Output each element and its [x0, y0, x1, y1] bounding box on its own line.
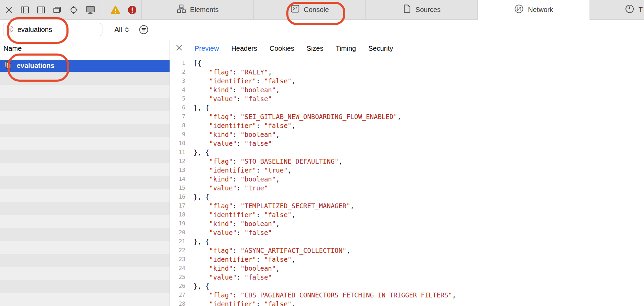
code-line: 23 "identifier": "false", — [170, 255, 644, 264]
code-text: }, { — [194, 148, 209, 157]
close-icon[interactable] — [4, 5, 13, 14]
code-text: "kind": "boolean", — [194, 175, 280, 184]
detail-tab-security[interactable]: Security — [368, 45, 393, 52]
detail-tab-timing[interactable]: Timing — [336, 45, 356, 52]
tab-network[interactable]: Network — [478, 0, 590, 20]
warning-icon[interactable] — [110, 5, 121, 14]
code-line: 4 "kind": "boolean", — [170, 85, 644, 94]
code-text: [{ — [194, 59, 201, 68]
detail-tab-preview[interactable]: Preview — [195, 45, 219, 52]
tab-label: Sources — [416, 6, 441, 14]
empty-list-stripe — [0, 124, 170, 137]
empty-list-stripe — [0, 228, 170, 241]
json-string: "STO_BASELINE_DEFAULTING" — [240, 157, 338, 165]
detail-tab-headers[interactable]: Headers — [231, 45, 257, 52]
empty-list-stripe — [0, 189, 170, 202]
code-line: 25 "value": "false" — [170, 273, 644, 282]
toolbar-divider — [103, 4, 103, 15]
element-picker-icon[interactable] — [69, 5, 78, 15]
code-text: "kind": "boolean", — [194, 85, 280, 94]
json-string: "value" — [209, 273, 237, 281]
line-number: 13 — [170, 166, 189, 175]
json-string: "identifier" — [209, 256, 256, 263]
empty-list-stripe — [0, 215, 170, 228]
filter-scope-select[interactable]: All — [114, 20, 129, 40]
code-text: "value": "false" — [194, 139, 272, 148]
json-string: "identifier" — [209, 166, 256, 174]
line-number: 15 — [170, 184, 189, 192]
code-line: 17 "flag": "TEMPLATIZED_SECRET_MANAGER", — [170, 201, 644, 210]
line-number: 9 — [170, 130, 189, 139]
empty-list-stripe — [0, 98, 170, 111]
code-text: "kind": "boolean", — [194, 130, 280, 139]
json-string: "kind" — [209, 264, 233, 272]
code-text: "value": "true" — [194, 184, 268, 192]
json-string: "false" — [245, 273, 272, 281]
line-number: 12 — [170, 157, 189, 166]
empty-list-stripe — [0, 176, 170, 189]
filter-scope-value: All — [114, 26, 122, 34]
code-text: "flag": "TEMPLATIZED_SECRET_MANAGER", — [194, 201, 354, 210]
code-line: 6}, { — [170, 103, 644, 112]
code-line: 9 "kind": "boolean", — [170, 130, 644, 139]
line-number: 22 — [170, 246, 189, 255]
line-number: 4 — [170, 85, 189, 94]
code-text: "identifier": "false", — [194, 255, 295, 264]
code-line: 13 "identifier": "true", — [170, 166, 644, 175]
json-string: "boolean" — [240, 175, 276, 183]
json-string: "identifier" — [209, 77, 256, 85]
code-text: "identifier": "true", — [194, 166, 292, 175]
code-line: 1[{ — [170, 59, 644, 68]
empty-list-stripe — [0, 280, 170, 293]
json-string: "kind" — [209, 86, 233, 94]
empty-list-stripe — [0, 267, 170, 280]
tab-sources[interactable]: Sources — [366, 0, 478, 19]
cascade-windows-icon[interactable] — [52, 5, 62, 14]
error-icon[interactable] — [127, 5, 137, 15]
line-number: 24 — [170, 264, 189, 273]
code-line: 8 "identifier": "false", — [170, 121, 644, 130]
request-row-evaluations[interactable]: evaluations — [0, 60, 170, 72]
line-number: 5 — [170, 94, 189, 103]
detail-tab-sizes[interactable]: Sizes — [307, 45, 323, 52]
json-string: "false" — [264, 300, 292, 306]
name-column-header[interactable]: Name — [3, 40, 22, 57]
json-string: "value" — [209, 95, 237, 103]
sources-icon — [403, 4, 411, 15]
line-number: 7 — [170, 112, 189, 121]
line-number: 10 — [170, 139, 189, 148]
json-string: "flag" — [209, 247, 233, 254]
options-circle-icon[interactable] — [139, 25, 148, 36]
json-string: "value" — [209, 140, 237, 147]
empty-list-stripe — [0, 111, 170, 124]
close-detail-icon[interactable] — [176, 45, 182, 52]
console-icon — [290, 4, 300, 15]
line-number: 2 — [170, 68, 189, 76]
code-text: "value": "false" — [194, 94, 272, 103]
elements-icon — [177, 4, 186, 15]
empty-list-stripe — [0, 137, 170, 150]
dock-side-icon[interactable] — [20, 5, 29, 14]
code-text: "identifier": "false", — [194, 121, 295, 130]
json-string: "true" — [264, 166, 288, 174]
filter-input[interactable]: evaluations — [3, 23, 102, 36]
detail-tab-cookies[interactable]: Cookies — [270, 45, 294, 52]
code-text: "kind": "boolean", — [194, 219, 280, 228]
json-string: "kind" — [209, 175, 233, 183]
dock-right-icon[interactable] — [36, 5, 46, 14]
line-number: 11 — [170, 148, 189, 157]
code-line: 22 "flag": "ASYNC_ARTIFACT_COLLECTION", — [170, 246, 644, 255]
json-string: "value" — [209, 184, 237, 192]
code-line: 18 "identifier": "false", — [170, 210, 644, 219]
tab-elements[interactable]: Elements — [141, 0, 253, 19]
code-line: 20 "value": "false" — [170, 228, 644, 237]
inspector-toolbar — [0, 0, 141, 20]
device-icon[interactable] — [85, 5, 96, 14]
code-text: "identifier": "false", — [194, 76, 295, 85]
gutter-divider — [189, 57, 189, 306]
code-line: 21}, { — [170, 237, 644, 246]
timelines-tab-partial[interactable]: T — [590, 0, 644, 19]
json-string: "identifier" — [209, 122, 256, 129]
tab-console[interactable]: Console — [253, 0, 366, 19]
line-number: 8 — [170, 121, 189, 130]
